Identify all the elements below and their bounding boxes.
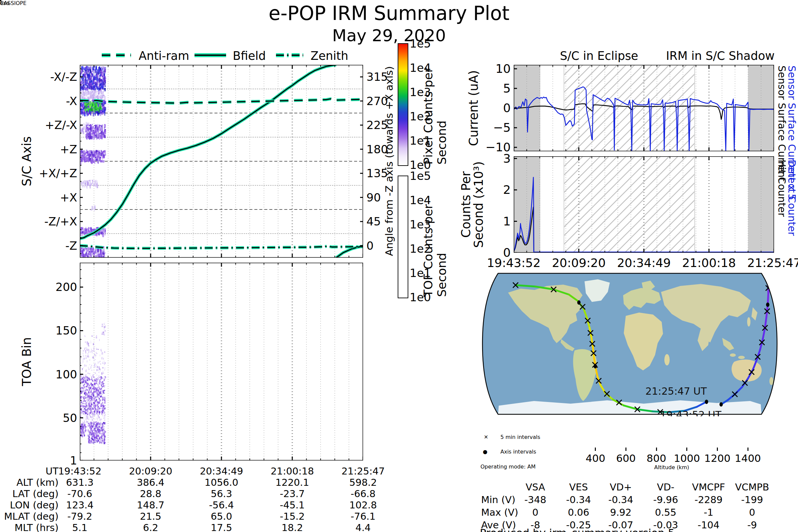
cb1-tick-label: 1e1 xyxy=(410,134,431,147)
legend-eclipse-label: S/C in Eclipse xyxy=(560,49,638,62)
band-label: -X/-Z xyxy=(32,70,77,83)
page-title: e-POP IRM Summary Plot xyxy=(240,2,539,25)
cb1-tick-label: 1e2 xyxy=(410,110,431,123)
volt-cell: -8 xyxy=(510,519,560,531)
counts-ylabel1-box: Counts Per xyxy=(459,156,472,253)
nav-cell: 28.8 xyxy=(116,488,186,499)
current-ylabel: Current (uA) xyxy=(467,70,481,146)
alt-tick-mark xyxy=(686,448,687,451)
ytick-label: 1 xyxy=(483,214,511,228)
legend-zenith-line xyxy=(276,53,303,59)
volt-cell: -199 xyxy=(727,494,777,506)
nav-cell: -66.8 xyxy=(328,488,398,499)
counts-ylabel2-box: Second (x10³) xyxy=(472,156,485,253)
nav-cell: 1056.0 xyxy=(187,477,256,488)
dot-marker-glyph: ● xyxy=(483,449,488,455)
angle-tick-label: 45 xyxy=(366,215,396,228)
volt-cell: -9.96 xyxy=(641,494,690,506)
ytick-label: 0 xyxy=(483,101,511,115)
world-map-ground-track: 21:25:47 UT19:43:52 UT xyxy=(477,271,782,418)
nav-cell: 123.4 xyxy=(45,499,115,511)
angle-ylabel-box: Angle from -Z axis (towards +X axis) xyxy=(383,65,395,258)
angle-tick-label: 225 xyxy=(366,118,396,132)
toa-tick-label: 100 xyxy=(49,368,77,381)
nav-cell: 21.5 xyxy=(116,511,186,522)
cb2-tick-label: 1e0 xyxy=(410,291,431,304)
ytick-label: −5 xyxy=(483,121,511,134)
cb1-tick-label: 1e4 xyxy=(410,61,431,75)
band-label: +Z/-X xyxy=(32,118,77,132)
nav-cell: 21:25:47 xyxy=(328,466,398,477)
volt-cell: -0.07 xyxy=(596,519,646,531)
angle-tick-label: 0 xyxy=(366,239,396,252)
pixel-counts-colorbar xyxy=(398,43,408,166)
alt-tick-mark xyxy=(625,448,626,451)
time-tick-label: 19:43:52 xyxy=(477,256,550,270)
alt-tick-mark xyxy=(656,448,657,451)
band-label: +X xyxy=(32,191,77,204)
band-label: -Z/+X xyxy=(32,215,77,228)
counts-ylabel-line1: Counts Per xyxy=(459,171,473,238)
nav-cell: 56.3 xyxy=(187,488,256,499)
nav-cell: 4.4 xyxy=(328,522,398,532)
nav-cell: -79.2 xyxy=(45,511,115,522)
alt-tick-mark xyxy=(747,448,748,451)
cb1-tick-label: 1e3 xyxy=(410,86,431,99)
epop-irm-summary-page: CASSIOPE e-POP IRM Summary Plot May 29, … xyxy=(0,0,798,532)
cb2-tick-label: 1e2 xyxy=(410,242,431,255)
svg-text:19:43:52 UT: 19:43:52 UT xyxy=(660,409,722,416)
nav-cell: -76.1 xyxy=(328,511,398,522)
legend-antiram-label: Anti-ram xyxy=(139,49,189,62)
band-label: +X/+Z xyxy=(32,167,77,180)
tof-counts-colorbar xyxy=(398,175,408,298)
volt-cell: -0.34 xyxy=(596,494,646,506)
time-tick-label: 20:09:20 xyxy=(542,256,615,270)
volt-cell: 0 xyxy=(727,507,777,518)
volt-cell: -348 xyxy=(510,494,560,506)
cb2-tick-label: 1e5 xyxy=(410,169,431,183)
time-tick-label: 21:25:47 xyxy=(738,256,798,270)
counts-ylabel-line2: Second (x10³) xyxy=(472,161,486,248)
volt-cell: -2289 xyxy=(684,494,734,506)
counts-plot xyxy=(514,156,774,254)
cb2-tick-label: 1e4 xyxy=(410,193,431,207)
nav-cell: 21:00:18 xyxy=(258,466,327,477)
detect-counter-label-box: Detect Counter xyxy=(787,159,797,299)
nav-cell: 18.2 xyxy=(258,522,327,532)
angle-tick-label: 180 xyxy=(366,142,396,156)
volt-cell: 0 xyxy=(510,507,560,518)
ytick-label: 2 xyxy=(483,183,511,196)
operating-mode: Operating mode: AM xyxy=(480,463,536,470)
page-date: May 29, 2020 xyxy=(240,26,539,45)
nav-cell: 631.3 xyxy=(45,477,115,488)
volt-cell: -9 xyxy=(727,519,777,531)
alt-tick-label: 1400 xyxy=(728,452,768,464)
cb2-tick-label: 1e1 xyxy=(410,266,431,280)
nav-cell: -15.2 xyxy=(258,511,327,522)
legend-antiram-line xyxy=(102,53,131,59)
cb1-tick-label: 1e5 xyxy=(410,37,431,50)
sc-axis-plot xyxy=(80,65,363,259)
nav-cell: 598.2 xyxy=(328,477,398,488)
time-tick-label: 20:34:49 xyxy=(607,256,681,270)
nav-cell: 102.8 xyxy=(328,499,398,511)
nav-cell: 20:09:20 xyxy=(116,466,186,477)
nav-cell: 19:43:52 xyxy=(45,466,115,477)
current-plot xyxy=(514,65,774,153)
nav-cell: 5.1 xyxy=(45,522,115,532)
nav-cell: -56.4 xyxy=(187,499,256,511)
x-marker-glyph: ✕ xyxy=(484,434,488,440)
toa-tick-label: 150 xyxy=(49,324,77,337)
band-label: -Z xyxy=(32,239,77,252)
legend-bfield-label: Bfield xyxy=(233,49,266,62)
nav-cell: -45.1 xyxy=(258,499,327,511)
angle-tick-label: 270 xyxy=(366,94,396,108)
volt-col-header: VCMPB xyxy=(727,481,777,493)
dot-marker-label: Axis intervals xyxy=(500,449,536,455)
volt-cell: 0.55 xyxy=(641,507,690,518)
nav-cell: 20:34:49 xyxy=(187,466,256,477)
toa-tick-label: 200 xyxy=(49,280,77,293)
toa-bin-plot xyxy=(80,263,363,462)
altitude-bar-label: Altitude (km) xyxy=(622,464,722,471)
x-marker-label: 5 min intervals xyxy=(500,434,540,440)
